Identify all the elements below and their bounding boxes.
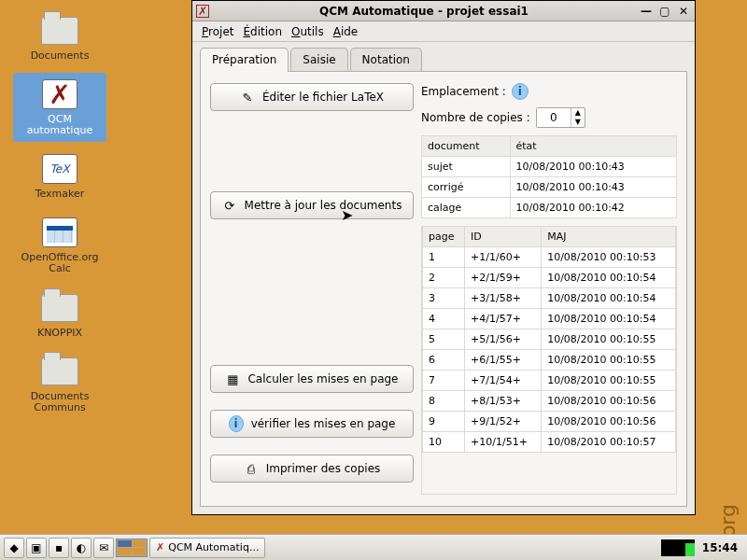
- desktop-icon-openoffice-org-calc[interactable]: OpenOffice.org Calc: [13, 211, 106, 280]
- table-row[interactable]: 1+1/1/60+10/08/2010 00:10:53: [423, 247, 676, 268]
- copies-input[interactable]: [537, 108, 571, 127]
- start-button[interactable]: ◆: [4, 538, 24, 558]
- taskbar-app-icon: ✗: [156, 541, 164, 553]
- table-row[interactable]: 5+5/1/56+10/08/2010 00:10:55: [423, 329, 676, 350]
- desktop-icon-label: KNOPPIX: [37, 328, 82, 339]
- col-document[interactable]: document: [422, 136, 511, 157]
- cpu-monitor[interactable]: [661, 539, 695, 556]
- col-MAJ[interactable]: MAJ: [542, 227, 676, 247]
- pages-table: pageIDMAJ 1+1/1/60+10/08/2010 00:10:532+…: [422, 227, 676, 453]
- menu-aide[interactable]: Aide: [333, 25, 359, 38]
- mail-icon[interactable]: ✉: [93, 538, 114, 558]
- col-état[interactable]: état: [510, 136, 676, 157]
- desktop-icon-documents-communs[interactable]: Documents Communs: [13, 350, 106, 419]
- table-row[interactable]: 6+6/1/55+10/08/2010 00:10:55: [423, 350, 676, 371]
- copies-spinbox[interactable]: ▲ ▼: [536, 107, 585, 128]
- pencil-icon: ✎: [240, 90, 255, 105]
- cell: 8: [423, 391, 465, 412]
- minimize-button[interactable]: —: [639, 5, 654, 18]
- cell: +7/1/54+: [465, 371, 542, 391]
- spin-down-icon[interactable]: ▼: [571, 118, 585, 127]
- folder-icon: [39, 13, 80, 49]
- cell: 10: [423, 432, 465, 453]
- cell: 10/08/2010 00:10:54: [542, 288, 676, 309]
- cell: +10/1/51+: [465, 432, 542, 453]
- cell: 10/08/2010 00:10:54: [542, 309, 676, 329]
- clock[interactable]: 15:44: [697, 541, 743, 554]
- update-docs-label: Mettre à jour les documents: [245, 199, 402, 212]
- cell: 10/08/2010 00:10:53: [542, 247, 676, 268]
- col-ID[interactable]: ID: [465, 227, 542, 247]
- cell: 10/08/2010 00:10:43: [510, 177, 676, 198]
- browser-icon[interactable]: ◐: [71, 538, 92, 558]
- cell: 10/08/2010 00:10:56: [542, 391, 676, 412]
- table-row[interactable]: 10+10/1/51+10/08/2010 00:10:57: [423, 432, 676, 453]
- desktop-icon-qcm-automatique[interactable]: QCM automatique: [13, 73, 106, 142]
- taskbar: ◆ ▣ ▪ ◐ ✉ ✗ QCM Automatiq... 15:44: [0, 534, 747, 560]
- cell: +1/1/60+: [465, 247, 542, 268]
- table-row[interactable]: 2+2/1/59+10/08/2010 00:10:54: [423, 268, 676, 288]
- info-badge-icon[interactable]: i: [512, 83, 529, 100]
- workspace-switcher[interactable]: [116, 539, 148, 557]
- menubar: ProjetÉditionOutilsAide: [192, 21, 695, 42]
- cell: 10/08/2010 00:10:55: [542, 329, 676, 350]
- desktop-icon-label: Documents Communs: [15, 391, 105, 413]
- desktop-icon-label: Documents: [31, 50, 90, 62]
- cell: +8/1/53+: [465, 391, 542, 412]
- cell: 5: [423, 329, 465, 350]
- table-row[interactable]: 3+3/1/58+10/08/2010 00:10:54: [423, 288, 676, 309]
- update-docs-button[interactable]: ⟳ Mettre à jour les documents: [210, 191, 414, 219]
- verify-layout-button[interactable]: i vérifier les mises en page: [210, 410, 414, 438]
- cell: 10/08/2010 00:10:55: [542, 350, 676, 371]
- desktop-icon-texmaker[interactable]: Texmaker: [13, 147, 106, 205]
- cell: 10/08/2010 00:10:42: [510, 198, 676, 218]
- cell: +4/1/57+: [465, 309, 542, 329]
- desktop-icon-documents[interactable]: Documents: [13, 9, 106, 67]
- spin-up-icon[interactable]: ▲: [571, 108, 585, 118]
- titlebar[interactable]: ✗ QCM Automatique - projet essai1 — ▢ ✕: [192, 1, 695, 21]
- table-row[interactable]: calage10/08/2010 00:10:42: [422, 198, 677, 218]
- desktop-icon-knoppix[interactable]: KNOPPIX: [13, 287, 106, 344]
- col-page[interactable]: page: [423, 227, 465, 247]
- refresh-icon: ⟳: [222, 198, 237, 213]
- terminal-icon[interactable]: ▪: [49, 538, 69, 558]
- tab-préparation[interactable]: Préparation: [200, 48, 289, 72]
- copies-label: Nombre de copies :: [421, 111, 530, 124]
- emplacement-row: Emplacement : i: [421, 83, 677, 100]
- taskbar-app-button[interactable]: ✗ QCM Automatiq...: [149, 538, 265, 558]
- print-button[interactable]: ⎙ Imprimer des copies: [210, 455, 414, 483]
- calc-app-icon: [39, 215, 80, 250]
- taskbar-app-label: QCM Automatiq...: [168, 541, 259, 553]
- calc-layout-button[interactable]: ▦ Calculer les mises en page: [210, 365, 414, 393]
- calc-layout-label: Calculer les mises en page: [247, 372, 398, 385]
- cell: 10/08/2010 00:10:55: [542, 371, 676, 391]
- table-row[interactable]: 7+7/1/54+10/08/2010 00:10:55: [423, 371, 676, 391]
- emplacement-label: Emplacement :: [421, 85, 506, 98]
- tab-preparation-page: ✎ Éditer le fichier LaTeX ⟳ Mettre à jou…: [200, 71, 687, 507]
- desktop-icons: DocumentsQCM automatiqueTexmakerOpenOffi…: [13, 9, 106, 419]
- filemanager-icon[interactable]: ▣: [26, 538, 47, 558]
- table-row[interactable]: 9+9/1/52+10/08/2010 00:10:56: [423, 412, 676, 432]
- cell: 2: [423, 268, 465, 288]
- edit-latex-label: Éditer le fichier LaTeX: [262, 91, 384, 104]
- tab-saisie[interactable]: Saisie: [290, 48, 347, 72]
- calc-icon: ▦: [225, 371, 240, 386]
- close-button[interactable]: ✕: [676, 5, 691, 18]
- cell: +2/1/59+: [465, 268, 542, 288]
- table-row[interactable]: 8+8/1/53+10/08/2010 00:10:56: [423, 391, 676, 412]
- edit-latex-button[interactable]: ✎ Éditer le fichier LaTeX: [210, 83, 414, 111]
- tab-notation[interactable]: Notation: [350, 48, 422, 72]
- maximize-button[interactable]: ▢: [657, 5, 672, 18]
- menu-édition[interactable]: Édition: [243, 25, 282, 38]
- app-icon: ✗: [196, 5, 209, 18]
- menu-outils[interactable]: Outils: [291, 25, 324, 38]
- printer-icon: ⎙: [244, 461, 259, 476]
- desktop-icon-label: QCM automatique: [15, 114, 105, 136]
- table-row[interactable]: sujet10/08/2010 00:10:43: [422, 157, 677, 177]
- cell: calage: [422, 198, 511, 218]
- cell: 1: [423, 247, 465, 268]
- table-row[interactable]: corrigé10/08/2010 00:10:43: [422, 177, 677, 198]
- menu-projet[interactable]: Projet: [202, 25, 233, 38]
- window-title: QCM Automatique - projet essai1: [213, 5, 635, 18]
- table-row[interactable]: 4+4/1/57+10/08/2010 00:10:54: [423, 309, 676, 329]
